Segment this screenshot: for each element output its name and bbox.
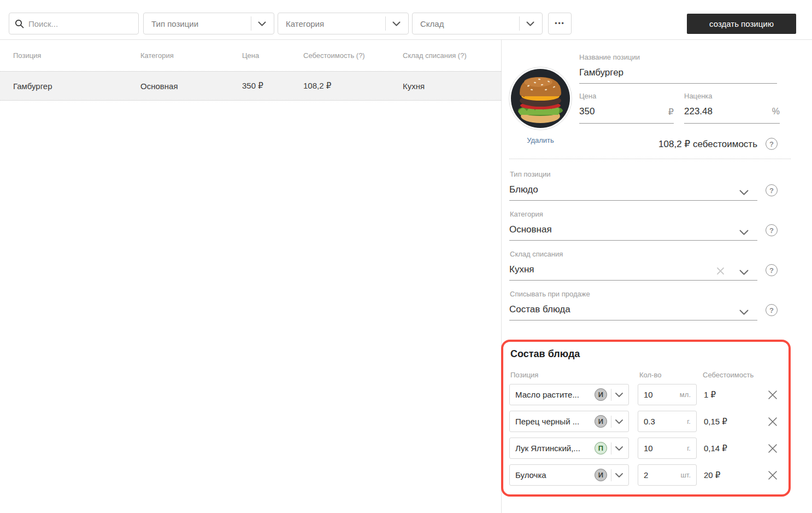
underline [579, 83, 777, 84]
qty-input[interactable] [644, 417, 672, 426]
qty-field[interactable]: шт. [638, 464, 697, 486]
divider [251, 16, 251, 31]
comp-column-qty: Кол-во [639, 371, 661, 379]
delete-photo-link[interactable]: Удалить [508, 136, 573, 144]
search-icon [15, 19, 24, 28]
row-cost: 20 ₽ [704, 464, 720, 486]
divider [611, 416, 611, 428]
ruble-suffix: ₽ [579, 107, 674, 117]
type-label: Тип позиции [510, 170, 551, 178]
price-label: Цена [579, 92, 596, 100]
cell-position: Гамбургер [13, 81, 140, 91]
chevron-down-icon [392, 21, 401, 26]
more-filters-button[interactable]: ••• [548, 13, 572, 34]
ingredient-select[interactable]: Масло растите... И [509, 384, 629, 405]
filter-label: Категория [286, 19, 385, 28]
chevron-down-icon [258, 21, 266, 26]
section-divider [509, 159, 791, 159]
qty-field[interactable]: г. [638, 438, 697, 459]
underline [509, 240, 757, 241]
category-select[interactable]: Основная [509, 224, 552, 235]
table-row[interactable]: Гамбургер Основная 350 ₽ 108,2 ₽ Кухня [0, 71, 501, 101]
type-select[interactable]: Блюдо [509, 184, 538, 195]
chevron-down-icon [615, 393, 623, 397]
help-icon[interactable]: ? [766, 264, 778, 276]
underline [579, 123, 674, 124]
chevron-down-icon [615, 473, 623, 477]
ingredient-name: Масло растите... [515, 390, 591, 399]
qty-field[interactable]: мл. [638, 384, 697, 405]
divider [519, 16, 520, 31]
column-header-cost: Себестоимость (?) [303, 51, 403, 60]
search-input[interactable] [28, 19, 137, 28]
column-header-category: Категория [140, 51, 242, 60]
writeoff-mode-label: Списывать при продаже [510, 290, 590, 298]
row-cost: 1 ₽ [704, 384, 716, 405]
cell-stock: Кухня [403, 81, 501, 91]
filter-label: Склад [420, 19, 519, 28]
remove-icon[interactable] [767, 438, 779, 459]
cost-summary: 108,2 ₽ себестоимость [579, 138, 757, 150]
composition-section: Состав блюда Позиция Кол-во Себестоимост… [501, 340, 791, 497]
divider [611, 469, 611, 481]
cell-price: 350 ₽ [242, 81, 303, 91]
ellipsis-icon: ••• [555, 20, 565, 27]
comp-column-position: Позиция [510, 371, 538, 379]
row-cost: 0,14 ₽ [704, 438, 727, 459]
qty-input[interactable] [644, 390, 672, 399]
name-label: Название позиции [579, 53, 640, 61]
ingredient-select[interactable]: Булочка И [509, 464, 629, 486]
filter-category[interactable]: Категория [278, 13, 409, 34]
divider [611, 442, 611, 454]
create-item-button[interactable]: создать позицию [687, 14, 796, 34]
search-box[interactable] [9, 13, 139, 34]
composition-title: Состав блюда [510, 348, 580, 360]
chevron-down-icon[interactable] [739, 267, 749, 277]
chevron-down-icon [615, 419, 623, 424]
type-badge: И [595, 415, 607, 428]
filter-item-type[interactable]: Тип позиции [143, 13, 274, 34]
name-field[interactable]: Гамбургер [579, 67, 623, 78]
row-cost: 0,15 ₽ [704, 411, 727, 432]
item-photo[interactable] [509, 67, 572, 130]
unit-label: г. [672, 417, 691, 425]
type-badge: И [595, 469, 607, 481]
help-icon[interactable]: ? [766, 304, 778, 316]
table-header: Позиция Категория Цена Себестоимость (?)… [0, 39, 501, 71]
cell-category: Основная [140, 81, 242, 91]
underline [684, 123, 780, 124]
qty-field[interactable]: г. [638, 411, 697, 432]
chevron-down-icon[interactable] [739, 228, 749, 237]
unit-label: мл. [672, 390, 691, 399]
underline [509, 280, 757, 281]
unit-label: шт. [672, 471, 691, 479]
remove-icon[interactable] [767, 411, 779, 432]
remove-icon[interactable] [767, 384, 779, 405]
ingredient-select[interactable]: Лук Ялтинский,... П [509, 438, 629, 459]
chevron-down-icon[interactable] [739, 307, 749, 317]
ingredient-name: Перец черный ... [515, 417, 591, 426]
clear-icon[interactable] [716, 267, 725, 275]
unit-label: г. [672, 444, 691, 452]
ingredient-select[interactable]: Перец черный ... И [509, 411, 629, 432]
help-icon[interactable]: ? [766, 184, 778, 196]
qty-input[interactable] [644, 470, 672, 480]
chevron-down-icon [615, 446, 623, 451]
comp-column-cost: Себестоимость [703, 371, 754, 379]
burger-image [511, 69, 570, 128]
remove-icon[interactable] [767, 464, 779, 486]
qty-input[interactable] [644, 444, 672, 453]
writeoff-stock-select[interactable]: Кухня [509, 264, 534, 275]
divider [611, 389, 611, 401]
chevron-down-icon [526, 21, 534, 26]
writeoff-mode-select[interactable]: Состав блюда [509, 304, 570, 315]
column-header-price: Цена [242, 51, 303, 60]
help-icon[interactable]: ? [766, 138, 778, 150]
column-header-stock: Склад списания (?) [403, 51, 501, 60]
type-badge: П [595, 442, 607, 454]
percent-suffix: % [684, 107, 780, 116]
chevron-down-icon[interactable] [739, 188, 749, 197]
filter-stock[interactable]: Склад [412, 13, 543, 34]
column-header-position: Позиция [13, 51, 140, 60]
help-icon[interactable]: ? [766, 224, 778, 236]
